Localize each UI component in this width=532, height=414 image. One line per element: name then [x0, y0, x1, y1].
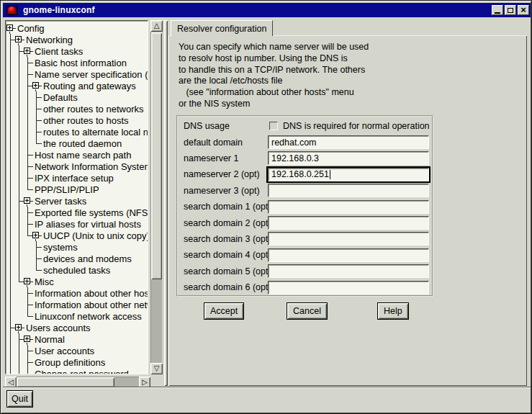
entry-search-domain-5-opt[interactable]: [268, 264, 429, 278]
tree-item-label: other routes to hosts: [43, 115, 129, 126]
scroll-up-button[interactable]: △: [150, 20, 163, 32]
entry-search-domain-6-opt[interactable]: [268, 281, 429, 294]
tree-item[interactable]: Networking: [6, 34, 148, 45]
entry-value: redhat.com: [271, 138, 317, 148]
form-row: search domain 3 (opt): [178, 231, 432, 247]
entry-search-domain-2-opt[interactable]: [268, 216, 429, 230]
tree-guide-line: [15, 310, 24, 322]
field-label-dns-usage: DNS usage: [178, 121, 268, 131]
tree-guide-line: [15, 80, 24, 91]
entry-search-domain-3-opt[interactable]: [268, 232, 429, 246]
pane-divider[interactable]: [164, 20, 168, 386]
minimize-button[interactable]: [492, 5, 503, 15]
tab-label: Resolver configuration: [177, 24, 266, 34]
scroll-down-button[interactable]: ▽: [150, 363, 163, 374]
tree-item[interactable]: other routes to networks: [6, 103, 148, 114]
tree-item[interactable]: scheduled tasks: [6, 264, 148, 276]
tree-item-label: Host name search path: [35, 150, 131, 161]
entry-default-domain[interactable]: redhat.com: [268, 135, 429, 149]
expander-plus-icon[interactable]: [24, 48, 30, 54]
tree-item-label: scheduled tasks: [43, 265, 110, 276]
tree-item[interactable]: Normal: [6, 333, 148, 345]
quit-button[interactable]: Quit: [6, 390, 33, 408]
entry-value: 192.168.0.251: [271, 169, 329, 179]
tree-item[interactable]: Routing and gateways: [6, 80, 148, 91]
tree-item-label: Change root password: [35, 369, 129, 375]
tree-guide-line: [24, 368, 32, 374]
tree-item[interactable]: Defaults: [6, 91, 148, 103]
field-label-search-domain-2-opt: search domain 2 (opt): [178, 218, 268, 228]
expander-plus-icon[interactable]: [15, 36, 22, 42]
tree-expander: [15, 34, 24, 45]
field-label-nameserver-2-opt: nameserver 2 (opt): [178, 169, 268, 179]
tree-guide-line: [15, 68, 24, 80]
tree-item[interactable]: IP aliases for virtual hosts: [6, 218, 148, 230]
tree-guide-line: [15, 126, 24, 138]
tree-guide-line: [24, 91, 32, 103]
tree-item[interactable]: Host name search path: [6, 149, 148, 161]
tree-item[interactable]: systems: [6, 241, 148, 253]
accept-button[interactable]: Accept: [204, 302, 244, 320]
tree-item[interactable]: User accounts: [6, 345, 148, 356]
tree-guide-line: [6, 172, 15, 184]
tree-guide-line: [24, 230, 32, 241]
tree-item[interactable]: PPP/SLIP/PLIP: [6, 184, 148, 195]
entry-search-domain-1-opt[interactable]: [268, 200, 429, 214]
horizontal-scroll-thumb[interactable]: [17, 377, 114, 387]
expander-plus-icon[interactable]: [24, 197, 30, 204]
tree-item[interactable]: Exported file systems (NFS): [6, 207, 148, 218]
tree-item[interactable]: Linuxconf network access: [6, 310, 148, 322]
entry-nameserver-1[interactable]: 192.168.0.3: [268, 151, 429, 165]
tree-item[interactable]: Change root password: [6, 368, 148, 374]
expander-plus-icon[interactable]: [32, 82, 39, 89]
tree-item[interactable]: Client tasks: [6, 45, 148, 57]
dns-required-checkbox-label: DNS is required for normal operation: [283, 121, 430, 131]
dns-required-checkbox[interactable]: [269, 122, 278, 130]
tree-item-label: Server tasks: [35, 196, 86, 207]
form-row: search domain 4 (opt): [178, 247, 432, 263]
tree-item[interactable]: the routed daemon: [6, 138, 148, 149]
tree-item[interactable]: Misc: [6, 276, 148, 287]
tree-item[interactable]: Config: [6, 22, 148, 34]
vertical-scroll-thumb[interactable]: [151, 32, 162, 279]
tree-item[interactable]: Server tasks: [6, 195, 148, 207]
tree-item[interactable]: Name server specification (: [6, 68, 148, 80]
field-label-search-domain-1-opt: search domain 1 (opt): [178, 202, 268, 212]
tree-guide-line: [24, 172, 32, 184]
tree-item[interactable]: Information about other netw: [6, 299, 148, 310]
tree-item[interactable]: Basic host information: [6, 57, 148, 68]
expander-plus-icon[interactable]: [24, 336, 30, 342]
expander-plus-icon[interactable]: [32, 232, 39, 238]
expander-plus-icon[interactable]: [15, 324, 22, 330]
tree-item-label: UUCP (Unix to unix copy): [43, 230, 148, 241]
tree-item[interactable]: routes to alternate local ne: [6, 126, 148, 138]
tab-resolver-configuration[interactable]: Resolver configuration: [171, 20, 273, 36]
tree-item[interactable]: Group definitions: [6, 356, 148, 368]
expander-plus-icon[interactable]: [24, 278, 30, 284]
tree-guide-line: [24, 57, 32, 68]
cancel-button[interactable]: Cancel: [287, 302, 328, 320]
tree-vertical-scrollbar[interactable]: △ ▽: [150, 20, 163, 374]
maximize-button[interactable]: [505, 5, 516, 15]
tree-item[interactable]: Users accounts: [6, 322, 148, 333]
tree-item-label: Misc: [35, 276, 54, 287]
tree-guide-line: [6, 207, 15, 218]
tree-item[interactable]: Network Information System: [6, 161, 148, 172]
tree-guide-line: [24, 103, 32, 114]
entry-nameserver-2-opt[interactable]: 192.168.0.251: [268, 168, 429, 181]
minimize-icon: [495, 12, 500, 14]
tree-item[interactable]: UUCP (Unix to unix copy): [6, 230, 148, 241]
tree-item[interactable]: Information about other host: [6, 287, 148, 299]
tree-item[interactable]: IPX interface setup: [6, 172, 148, 184]
tree-guide-line: [6, 276, 15, 287]
close-button[interactable]: ×: [518, 5, 529, 15]
entry-search-domain-4-opt[interactable]: [268, 248, 429, 262]
expander-plus-icon[interactable]: [6, 24, 13, 31]
config-tree[interactable]: ConfigNetworkingClient tasksBasic host i…: [5, 20, 148, 374]
tree-item[interactable]: other routes to hosts: [6, 114, 148, 126]
tree-item[interactable]: devices and modems: [6, 253, 148, 264]
titlebar[interactable]: gnome-linuxconf ×: [3, 3, 531, 17]
help-button[interactable]: Help: [377, 302, 409, 320]
entry-nameserver-3-opt[interactable]: [268, 184, 429, 197]
tree-guide-line: [15, 230, 24, 241]
